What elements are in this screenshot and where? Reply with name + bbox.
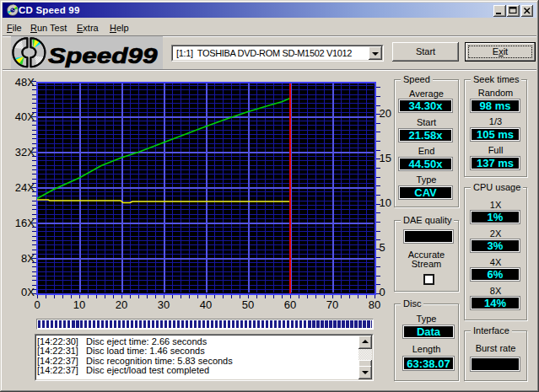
svg-text:32X: 32X <box>15 146 35 158</box>
svg-text:10: 10 <box>73 298 85 311</box>
svg-text:24X: 24X <box>15 181 35 194</box>
svg-text:80: 80 <box>369 298 380 311</box>
svg-text:5: 5 <box>380 241 385 254</box>
svg-text:0: 0 <box>380 286 385 298</box>
svg-text:16X: 16X <box>15 217 35 229</box>
svg-text:60: 60 <box>284 298 296 311</box>
svg-text:8X: 8X <box>21 252 35 265</box>
svg-text:20: 20 <box>380 107 391 120</box>
svg-text:48X: 48X <box>15 76 35 89</box>
svg-text:30: 30 <box>158 298 170 311</box>
svg-text:15: 15 <box>380 152 391 164</box>
svg-text:0X: 0X <box>21 286 35 298</box>
svg-text:70: 70 <box>326 298 338 311</box>
svg-text:0: 0 <box>34 298 40 311</box>
svg-text:40: 40 <box>200 298 212 311</box>
svg-text:20: 20 <box>116 298 127 311</box>
svg-text:50: 50 <box>242 298 254 311</box>
svg-text:40X: 40X <box>15 110 35 123</box>
svg-text:10: 10 <box>380 196 391 209</box>
